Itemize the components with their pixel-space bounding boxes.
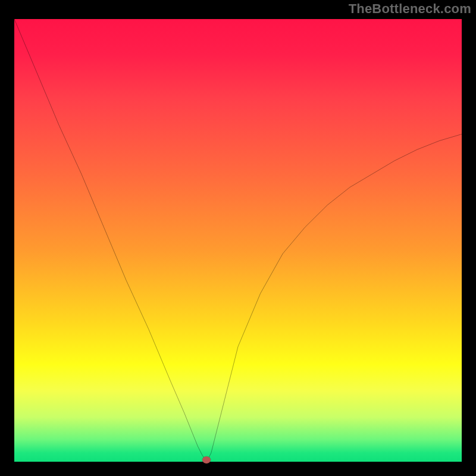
watermark-text: TheBottleneck.com xyxy=(349,1,471,17)
chart-frame: TheBottleneck.com xyxy=(0,0,476,476)
optimum-marker xyxy=(202,456,211,464)
bottleneck-curve-path xyxy=(14,19,462,462)
bottleneck-curve-svg xyxy=(14,19,462,462)
plot-area xyxy=(14,19,462,462)
